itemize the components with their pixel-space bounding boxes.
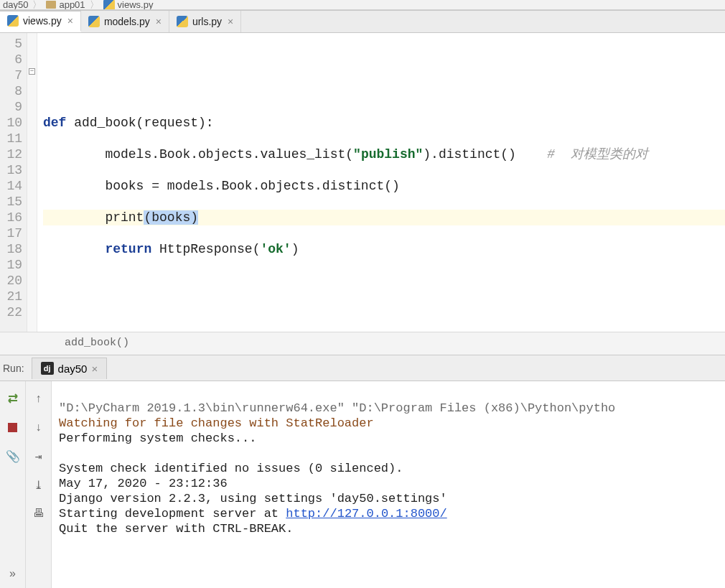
folder-icon <box>46 1 56 9</box>
code-line: return HttpResponse('ok') <box>43 241 725 257</box>
close-icon[interactable]: × <box>156 16 162 27</box>
close-icon[interactable]: × <box>228 16 233 27</box>
rerun-icon[interactable] <box>6 391 20 406</box>
line-gutter: 567 8910 111213 141516 171819 202122 <box>0 33 27 332</box>
code-line: books = models.Book.objects.distinct() <box>43 178 725 194</box>
console-line: May 17, 2020 - 23:12:36 <box>59 477 228 490</box>
chevron-right-icon: 〉 <box>32 0 42 10</box>
tab-label: urls.py <box>192 16 222 27</box>
editor-tabs: views.py × models.py × urls.py × <box>0 10 725 33</box>
console-line: Quit the server with CTRL-BREAK. <box>59 522 293 536</box>
code-line: models.Book.objects.values_list("publish… <box>43 146 725 162</box>
run-toolwindow-header: Run: dj day50 × <box>0 355 725 381</box>
tab-label: models.py <box>104 16 150 27</box>
python-file-icon <box>7 15 19 27</box>
django-icon: dj <box>41 362 54 375</box>
breadcrumb-app[interactable]: app01 <box>46 0 85 10</box>
tab-urls[interactable]: urls.py × <box>169 11 241 32</box>
console-line: Performing system checks... <box>59 431 256 445</box>
console-line: System check identified no issues (0 sil… <box>59 462 403 475</box>
fold-column: − <box>27 33 37 332</box>
stop-icon[interactable] <box>6 420 20 434</box>
tab-models[interactable]: models.py × <box>81 11 169 32</box>
console-line: Starting development server at http://12… <box>59 507 447 521</box>
python-file-icon <box>177 16 188 27</box>
console-output[interactable]: "D:\PyCharm 2019.1.3\bin\runnerw64.exe" … <box>52 381 725 588</box>
python-file-icon <box>88 16 100 27</box>
close-icon[interactable]: × <box>91 363 98 375</box>
console-line: "D:\PyCharm 2019.1.3\bin\runnerw64.exe" … <box>59 401 615 415</box>
print-icon[interactable]: 🖶 <box>32 506 46 521</box>
chevron-right-icon: 〉 <box>90 0 99 10</box>
code-line-current: print(books) <box>43 210 725 225</box>
python-file-icon <box>103 0 115 10</box>
attach-icon[interactable]: 📎 <box>6 449 20 463</box>
breadcrumb: day50 〉 app01 〉 views.py <box>0 0 725 10</box>
console-line: Watching for file changes with StatReloa… <box>59 416 374 430</box>
run-toolbar-inner: ↑ ↓ ⇥ ⤓ 🖶 <box>26 381 52 588</box>
run-label: Run: <box>3 363 24 374</box>
console-line: Django version 2.2.3, using settings 'da… <box>59 492 447 505</box>
code-area[interactable]: def add_book(request): models.Book.objec… <box>37 33 725 332</box>
tab-label: views.py <box>23 15 62 27</box>
up-icon[interactable]: ↑ <box>32 391 46 406</box>
run-toolwindow-body: 📎 » ↑ ↓ ⇥ ⤓ 🖶 "D:\PyCharm 2019.1.3\bin\r… <box>0 381 725 588</box>
close-icon[interactable]: × <box>67 15 73 27</box>
structure-breadcrumb[interactable]: add_book() <box>0 332 725 355</box>
breadcrumb-file[interactable]: views.py <box>103 0 154 10</box>
soft-wrap-icon[interactable]: ⇥ <box>32 449 46 463</box>
down-icon[interactable]: ↓ <box>32 420 46 434</box>
scroll-to-end-icon[interactable]: ⤓ <box>32 477 46 492</box>
fold-toggle-icon[interactable]: − <box>29 68 35 75</box>
code-line <box>43 52 725 67</box>
code-editor[interactable]: 567 8910 111213 141516 171819 202122 − d… <box>0 33 725 332</box>
run-tab-label: day50 <box>58 363 88 375</box>
more-icon[interactable]: » <box>6 566 20 581</box>
server-url-link[interactable]: http://127.0.0.1:8000/ <box>286 507 446 521</box>
breadcrumb-project[interactable]: day50 <box>3 0 28 10</box>
tab-views[interactable]: views.py × <box>0 11 81 32</box>
run-tab[interactable]: dj day50 × <box>32 358 108 379</box>
run-toolbar-left: 📎 » <box>0 381 26 588</box>
code-line <box>43 83 725 99</box>
code-line: def add_book(request): <box>43 115 725 131</box>
